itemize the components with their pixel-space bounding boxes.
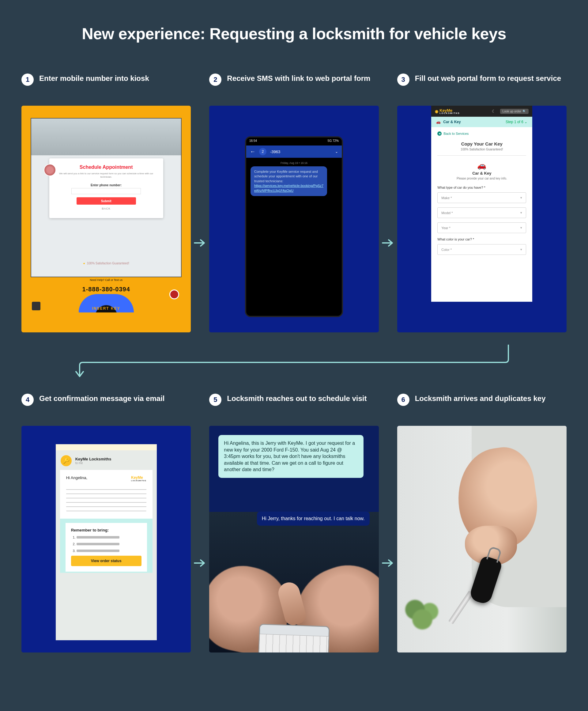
guarantee-text: 100% Satisfaction Guaranteed! <box>83 262 129 265</box>
step-label: Locksmith arrives and duplicates key <box>415 394 546 403</box>
back-link[interactable]: BACK <box>57 207 156 210</box>
section-subtitle: Please provide your car and key info. <box>431 177 532 180</box>
arrow-right-icon <box>382 238 394 247</box>
kiosk-field-label: Enter phone number: <box>57 184 156 187</box>
thread-number: -3963 <box>270 150 331 154</box>
step-label: Enter mobile number into kiosk <box>39 73 149 83</box>
screenshot-kiosk: Schedule Appointment We will send you a … <box>21 106 191 332</box>
arrow-4-5 <box>191 394 209 652</box>
form-heading: Copy Your Car Key <box>431 141 532 146</box>
remember-list <box>71 536 141 553</box>
email-sender: KeyMe Locksmiths <box>75 457 111 461</box>
back-icon[interactable]: ← <box>250 149 256 155</box>
sms-date: Friday, Aug 19 • 16:16 <box>246 158 342 166</box>
arrow-right-icon <box>382 558 394 568</box>
arrow-1-2 <box>191 73 209 332</box>
step-label: Get confirmation message via email <box>39 394 165 403</box>
step-number: 2 <box>209 73 221 86</box>
year-select[interactable]: Year * <box>437 222 526 233</box>
search-icon: 🔍 <box>522 110 526 113</box>
hands-photo <box>209 542 378 652</box>
model-select[interactable]: Model * <box>437 208 526 218</box>
screenshot-conversation: Hi Angelina, this is Jerry with KeyMe. I… <box>209 426 378 652</box>
chevron-down-icon[interactable]: ⌄ <box>335 150 338 154</box>
step-title: Car & Key <box>443 120 461 124</box>
insert-key-wheel[interactable]: INSERT KEY <box>79 294 134 313</box>
form-subheading: 100% Satisfaction Guaranteed! <box>431 148 532 151</box>
arrow-right-icon <box>194 558 206 568</box>
sms-message: Complete your KeyMe service request and … <box>251 166 327 196</box>
page-title: New experience: Requesting a locksmith f… <box>21 24 567 43</box>
step-4: 4 Get confirmation message via email 🔑 K… <box>21 394 191 652</box>
kiosk-card-title: Schedule Appointment <box>57 165 156 170</box>
car-icon: 🚗 <box>436 120 441 124</box>
step-number: 4 <box>21 394 34 406</box>
key-blade-icon <box>448 590 474 624</box>
step-label: Fill out web portal form to request serv… <box>415 73 561 83</box>
view-order-status-button[interactable]: View order status <box>71 556 141 566</box>
step-label: Receive SMS with link to web portal form <box>227 73 370 83</box>
step-number: 3 <box>397 73 410 86</box>
submit-button[interactable]: Submit <box>77 197 136 204</box>
make-select[interactable]: Make * <box>437 192 526 203</box>
phone-keyboard <box>258 624 329 652</box>
status-time: 16:54 <box>249 139 257 144</box>
question-car-color: What color is your car? * <box>437 237 526 241</box>
phone-input[interactable] <box>71 188 141 194</box>
key-icon: ◉ <box>435 109 438 114</box>
question-car-type: What type of car do you have? * <box>437 186 526 189</box>
thread-badge: 2 <box>259 148 266 155</box>
screenshot-webform: ◉ KeyMeLOCKSMITHS ☾ Look up order 🔍 🚗Car… <box>397 106 567 332</box>
email-body-placeholder <box>66 486 146 511</box>
help-label: Need Help? Call or Text us <box>90 278 123 281</box>
step-5: 5 Locksmith reaches out to schedule visi… <box>209 394 378 652</box>
flow-connector <box>21 345 567 381</box>
support-phone: 1-888-380-0394 <box>82 286 130 293</box>
seal-icon <box>169 289 179 299</box>
search-input[interactable]: Look up order 🔍 <box>500 109 529 114</box>
screenshot-email: 🔑 KeyMe Locksmiths to me KeyMeLOCKSMITHS… <box>21 426 191 652</box>
connector-line-icon <box>21 345 567 381</box>
car-icon: 🚗 <box>431 161 532 170</box>
message-outgoing: Hi Jerry, thanks for reaching out. I can… <box>257 512 370 526</box>
step-grid: 1 Enter mobile number into kiosk Schedul… <box>21 73 567 652</box>
step-6: 6 Locksmith arrives and duplicates key <box>397 394 567 652</box>
kiosk-card-subtitle: We will send you a link to our service r… <box>57 172 156 182</box>
remember-title: Remember to bring: <box>71 528 141 533</box>
step-1: 1 Enter mobile number into kiosk Schedul… <box>21 73 191 332</box>
email-brand-logo: KeyMeLOCKSMITHS <box>131 475 146 481</box>
sms-link[interactable]: https://services.key.me/vehicle-booking/… <box>254 184 323 192</box>
color-select[interactable]: Color * <box>437 244 526 255</box>
screenshot-sms: 16:54 5G 72% ← 2 -3963 ⌄ Friday, Aug 19 … <box>209 106 378 332</box>
step-2: 2 Receive SMS with link to web portal fo… <box>209 73 378 332</box>
step-3: 3 Fill out web portal form to request se… <box>397 73 567 332</box>
step-label: Locksmith reaches out to schedule visit <box>227 394 367 403</box>
arrow-5-6 <box>379 394 397 652</box>
status-battery: 5G 72% <box>328 139 339 144</box>
step-counter: Step 1 of 6 ⌄ <box>506 120 527 124</box>
arrow-2-3 <box>379 73 397 332</box>
brand-logo: ◉ KeyMeLOCKSMITHS <box>435 108 460 114</box>
arrow-right-icon <box>194 238 206 247</box>
nfc-icon <box>32 302 40 310</box>
dark-mode-icon[interactable]: ☾ <box>492 109 496 114</box>
email-recipient: to me <box>75 461 111 465</box>
step-number: 6 <box>397 394 410 406</box>
section-title: Car & Key <box>431 171 532 175</box>
step-number: 1 <box>21 73 34 86</box>
avatar-icon <box>44 164 56 176</box>
sender-avatar-icon: 🔑 <box>61 455 72 466</box>
message-incoming: Hi Angelina, this is Jerry with KeyMe. I… <box>218 435 363 478</box>
back-to-services-link[interactable]: Back to Services <box>431 127 532 140</box>
screenshot-handoff <box>397 426 567 652</box>
step-number: 5 <box>209 394 221 406</box>
